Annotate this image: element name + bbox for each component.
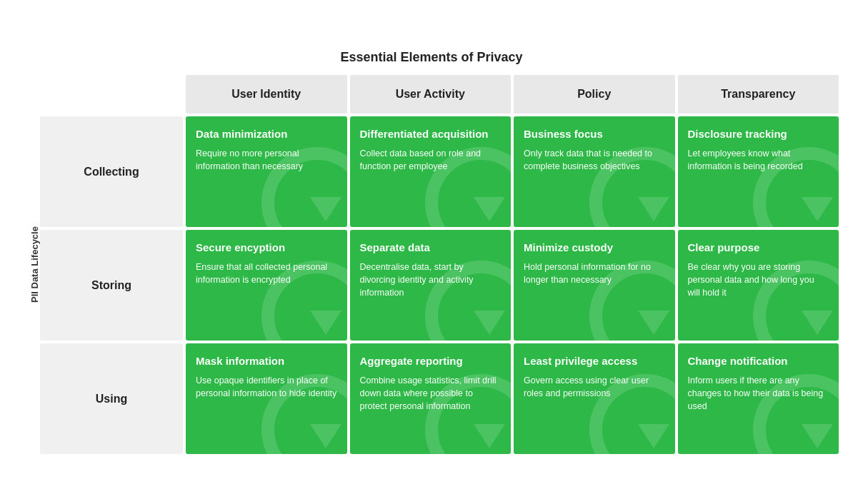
cell-storing-3: Clear purpose Be clear why you are stori… [678,230,839,341]
cell-title: Change notification [688,355,829,368]
cell-storing-0: Secure encyption Ensure that all collect… [186,230,347,341]
cell-title: Secure encyption [196,241,337,255]
row-label-storing: Storing [40,230,183,341]
cell-using-0: Mask information Use opaque identifiers … [186,343,347,454]
cell-desc: Combine usage statistics, limit drill do… [360,374,502,413]
chart-body: PII Data Lifecycle User Identity User Ac… [24,75,839,454]
cell-title: Aggregate reporting [360,355,502,368]
row-collecting: Collecting Data minimization Require no … [40,116,839,227]
cell-title: Clear purpose [688,241,829,255]
cell-desc: Collect data based on role and function … [360,147,502,173]
cell-desc: Only track data that is needed to comple… [524,147,665,173]
cell-title: Least privilege access [524,355,665,368]
cell-desc: Require no more personal information tha… [196,147,337,173]
header-col3: Policy [514,75,675,114]
y-axis-label: PII Data Lifecycle [24,75,40,454]
cell-collecting-1: Differentiated acquisition Collect data … [350,116,512,227]
cell-storing-2: Minimize custody Hold personal informati… [514,230,675,341]
cell-storing-1: Separate data Decentralise data, start b… [350,230,512,341]
cell-title: Differentiated acquisition [360,128,502,141]
cell-desc: Govern access using clear user roles and… [524,374,665,400]
cell-title: Minimize custody [524,241,665,255]
header-row: User Identity User Activity Policy Trans… [40,75,839,114]
cell-title: Mask information [196,355,337,368]
cell-title: Business focus [524,128,665,141]
cell-desc: Be clear why you are storing personal da… [688,261,829,299]
cell-desc: Ensure that all collected personal infor… [196,261,337,286]
cell-collecting-2: Business focus Only track data that is n… [514,116,675,227]
row-storing: Storing Secure encyption Ensure that all… [40,230,839,341]
header-col2: User Activity [350,75,512,114]
cell-collecting-3: Disclosure tracking Let employees know w… [678,116,839,227]
cell-title: Disclosure tracking [688,128,829,141]
cell-using-1: Aggregate reporting Combine usage statis… [350,343,512,454]
cell-desc: Hold personal information for no longer … [524,261,665,286]
cell-desc: Inform users if there are any changes to… [688,374,829,413]
cell-desc: Let employees know what information is b… [688,147,829,173]
header-empty [40,75,183,114]
cell-title: Separate data [360,241,502,255]
cell-desc: Decentralise data, start by divorcing id… [360,261,502,299]
cell-title: Data minimization [196,128,337,141]
cell-collecting-0: Data minimization Require no more person… [186,116,347,227]
row-label-using: Using [40,343,183,454]
cell-desc: Use opaque identifiers in place of perso… [196,374,337,400]
chart-container: Essential Elements of Privacy PII Data L… [10,43,853,461]
header-col4: Transparency [678,75,839,114]
header-col1: User Identity [186,75,347,114]
cell-using-2: Least privilege access Govern access usi… [514,343,675,454]
chart-title: Essential Elements of Privacy [24,50,839,65]
row-using: Using Mask information Use opaque identi… [40,343,839,454]
grid-area: User Identity User Activity Policy Trans… [40,75,839,454]
row-label-collecting: Collecting [40,116,183,227]
data-rows: Collecting Data minimization Require no … [40,116,839,454]
cell-using-3: Change notification Inform users if ther… [678,343,839,454]
